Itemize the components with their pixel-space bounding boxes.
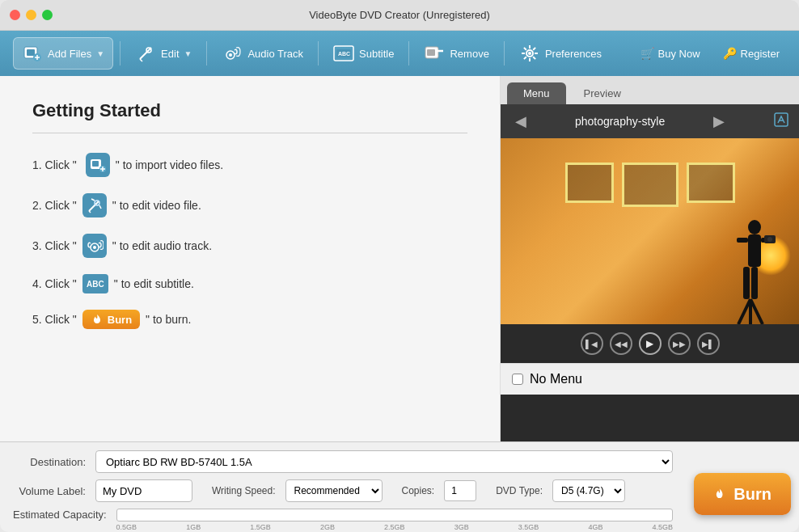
separator-3: [318, 41, 319, 65]
svg-line-52: [750, 299, 763, 324]
no-menu-checkbox[interactable]: [512, 374, 523, 385]
burn-button-label: Burn: [733, 485, 772, 504]
audio-track-label: Audio Track: [247, 48, 303, 60]
svg-rect-14: [427, 49, 435, 56]
frames-decoration: [565, 163, 735, 207]
capacity-row: Estimated Capacity: 0.5GB 1GB 1.5GB 2GB …: [13, 509, 673, 531]
burn-inline-button[interactable]: Burn: [82, 310, 140, 329]
fast-forward-button[interactable]: ▶▶: [668, 332, 691, 355]
tick-8: 4.5GB: [652, 523, 673, 531]
skip-back-button[interactable]: ▌◀: [581, 332, 603, 355]
getting-started-panel: Getting Started 1. Click " " to import v…: [0, 76, 500, 441]
step-3-text: " to edit audio track.: [112, 239, 212, 252]
burn-button[interactable]: Burn: [694, 473, 791, 515]
audio-track-button[interactable]: Audio Track: [213, 38, 311, 69]
dvd-type-select[interactable]: D5 (4.7G) D9 (8.5G): [552, 479, 625, 502]
tick-5: 3GB: [454, 523, 469, 531]
tab-menu[interactable]: Menu: [507, 82, 566, 104]
preferences-button[interactable]: Preferences: [511, 38, 610, 69]
add-files-dropdown-arrow[interactable]: ▼: [96, 49, 104, 58]
add-files-button[interactable]: Add Files ▼: [13, 37, 113, 70]
window-title: VideoByte DVD Creator (Unregistered): [309, 9, 490, 21]
add-files-icon: [22, 43, 43, 64]
right-panel: Menu Preview ◀ photography-style ▶: [500, 76, 799, 441]
no-menu-label: No Menu: [530, 372, 582, 386]
toolbar: Add Files ▼ Edit ▼ Audio Track: [0, 31, 799, 76]
step-3: 3. Click " " to edit audio track.: [32, 234, 467, 258]
frame-1: [565, 163, 614, 203]
burn-button-icon: [713, 484, 725, 504]
preview-nav: ◀ photography-style ▶: [501, 104, 799, 138]
step-4-pre: 4. Click ": [32, 277, 77, 290]
svg-rect-47: [751, 267, 758, 299]
remove-label: Remove: [450, 48, 488, 60]
svg-point-37: [93, 246, 96, 249]
svg-rect-1: [27, 49, 35, 56]
template-name: photography-style: [575, 115, 665, 128]
preview-area: ◀ photography-style ▶: [501, 104, 799, 441]
main-area: Getting Started 1. Click " " to import v…: [0, 76, 799, 441]
frame-3: [687, 163, 735, 203]
cart-icon: 🛒: [640, 47, 654, 60]
tick-7: 4GB: [588, 523, 602, 531]
writing-speed-label: Writing Speed:: [212, 485, 276, 496]
svg-line-23: [533, 57, 535, 59]
destination-select[interactable]: Optiarc BD RW BD-5740L 1.5A: [95, 450, 673, 473]
play-button[interactable]: ▶: [639, 332, 662, 355]
svg-rect-43: [748, 234, 761, 267]
edit-template-button[interactable]: [773, 112, 789, 132]
register-button[interactable]: 🔑 Register: [717, 44, 786, 63]
capacity-bar: [116, 509, 673, 521]
frame-2: [622, 163, 679, 207]
subtitle-label: Subtitle: [359, 48, 394, 60]
destination-label: Destination:: [13, 456, 86, 468]
step-5: 5. Click " Burn " to burn.: [32, 310, 467, 329]
capacity-ticks: 0.5GB 1GB 1.5GB 2GB 2.5GB 3GB 3.5GB 4GB …: [116, 523, 673, 531]
buy-now-button[interactable]: 🛒 Buy Now: [634, 44, 707, 63]
tick-2: 1.5GB: [250, 523, 271, 531]
prev-template-button[interactable]: ◀: [510, 111, 531, 132]
skip-forward-button[interactable]: ▶▌: [697, 332, 720, 355]
edit-button[interactable]: Edit ▼: [127, 38, 200, 69]
preview-image: [501, 138, 799, 324]
divider: [32, 133, 467, 133]
subtitle-button[interactable]: ABC Subtitle: [325, 38, 402, 69]
volume-input[interactable]: [95, 479, 192, 502]
svg-line-5: [140, 48, 151, 59]
svg-point-17: [528, 52, 531, 55]
writing-speed-select[interactable]: Recommended 1x 2x 4x 8x Max: [285, 479, 383, 502]
svg-point-42: [748, 220, 761, 234]
tab-preview[interactable]: Preview: [568, 82, 637, 104]
rewind-button[interactable]: ◀◀: [610, 332, 632, 355]
svg-rect-44: [737, 238, 748, 243]
step-3-icon: [82, 234, 107, 258]
volume-label: Volume Label:: [13, 485, 86, 497]
edit-arrow: ▼: [184, 49, 192, 58]
svg-line-6: [140, 59, 142, 61]
preferences-label: Preferences: [545, 48, 602, 60]
tick-3: 2GB: [320, 523, 335, 531]
titlebar: VideoByte DVD Creator (Unregistered): [0, 0, 799, 31]
maximize-button[interactable]: [42, 10, 53, 20]
tick-1: 1GB: [186, 523, 201, 531]
window-controls[interactable]: [10, 10, 53, 20]
register-label: Register: [741, 48, 780, 60]
svg-point-49: [767, 237, 772, 242]
settings-row: Volume Label: Writing Speed: Recommended…: [13, 479, 673, 502]
next-template-button[interactable]: ▶: [708, 111, 729, 132]
step-2-icon: [82, 193, 107, 217]
copies-input[interactable]: [444, 480, 476, 501]
step-4-text: " to edit subtitle.: [114, 277, 194, 290]
close-button[interactable]: [10, 10, 20, 20]
getting-started-title: Getting Started: [32, 100, 467, 121]
separator-5: [504, 41, 505, 65]
tick-4: 2.5GB: [384, 523, 405, 531]
step-3-pre: 3. Click ": [32, 239, 77, 252]
remove-button[interactable]: Remove: [416, 38, 497, 69]
minimize-button[interactable]: [26, 10, 36, 20]
estimated-capacity-label: Estimated Capacity:: [13, 509, 107, 521]
preferences-icon: [519, 43, 540, 64]
audio-track-icon: [222, 43, 243, 64]
subtitle-icon: ABC: [333, 43, 354, 64]
tick-0: 0.5GB: [116, 523, 137, 531]
